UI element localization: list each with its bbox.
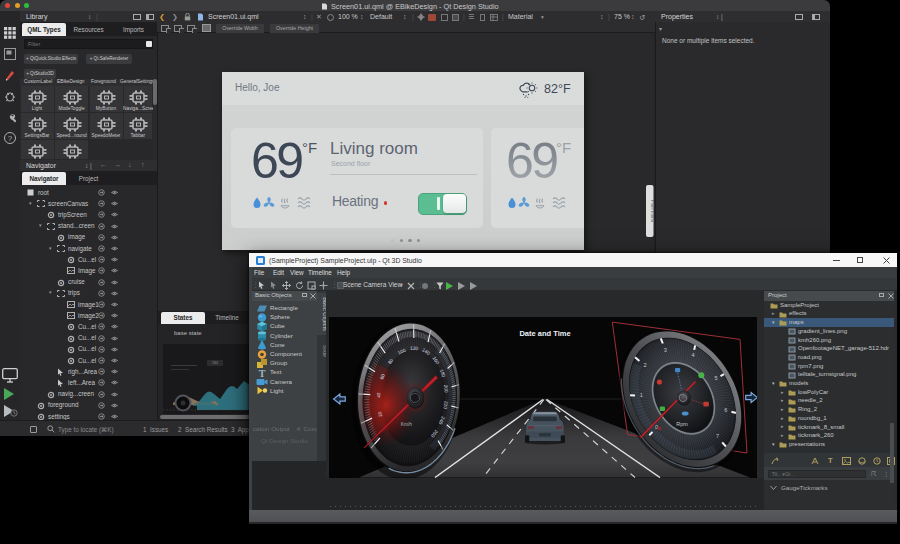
svg-text:5: 5 [715,375,718,381]
svg-text:Rpm: Rpm [676,421,688,427]
svg-text:6: 6 [724,407,727,413]
svg-text:200: 200 [443,385,449,394]
svg-text:Date and Time: Date and Time [519,329,570,338]
svg-text:4: 4 [691,352,694,358]
svg-text:Form Editor: Form Editor [650,200,653,223]
svg-text:2: 2 [644,362,647,368]
svg-text:3: 3 [664,347,667,353]
svg-text:40: 40 [376,392,381,398]
svg-text:7: 7 [716,433,719,439]
svg-text:1: 1 [640,392,643,398]
svg-text:Km/h: Km/h [401,422,413,427]
svg-text:0: 0 [655,424,658,430]
svg-text:120: 120 [410,346,419,352]
